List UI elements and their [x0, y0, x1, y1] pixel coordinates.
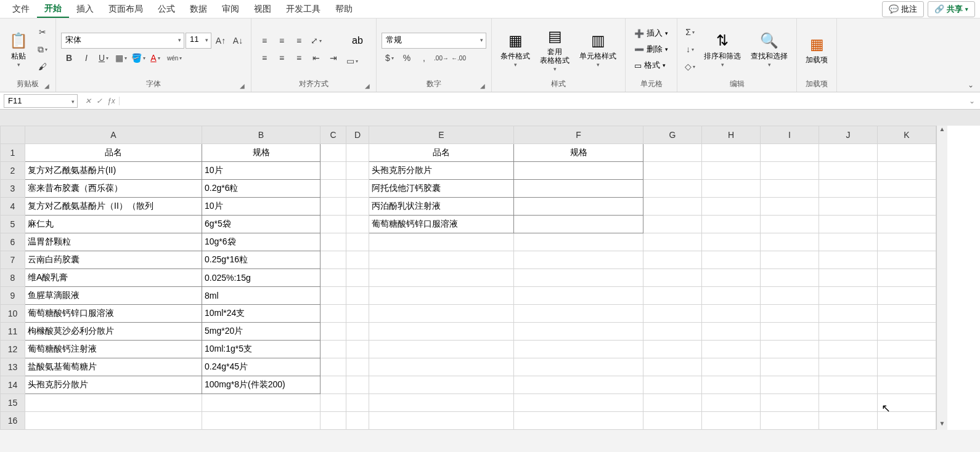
cell-A14[interactable]: 头孢克肟分散片 [25, 376, 202, 394]
cell-F8[interactable] [514, 269, 643, 287]
cell-F10[interactable] [514, 305, 643, 323]
menu-dev-tools[interactable]: 开发工具 [279, 1, 328, 17]
cell-J12[interactable] [819, 341, 878, 358]
cell-D14[interactable] [346, 376, 369, 394]
cell-K2[interactable] [878, 162, 936, 180]
row-header[interactable]: 14 [1, 376, 25, 394]
cell-B7[interactable]: 0.25g*16粒 [202, 251, 321, 269]
cell-A11[interactable]: 枸橼酸莫沙必利分散片 [25, 323, 202, 341]
cell-B15[interactable] [202, 394, 321, 412]
decrease-decimal-button[interactable]: ←.00 [451, 50, 467, 66]
cell-G9[interactable] [643, 287, 702, 305]
cell-H7[interactable] [702, 251, 761, 269]
cell-K8[interactable] [878, 269, 936, 287]
cell-G4[interactable] [643, 198, 702, 216]
cell-D11[interactable] [346, 323, 369, 341]
format-painter-button[interactable]: 🖌 [35, 59, 51, 75]
cell-F11[interactable] [514, 323, 643, 341]
cell-C6[interactable] [321, 233, 346, 251]
menu-page-layout[interactable]: 页面布局 [101, 1, 150, 17]
sort-filter-button[interactable]: ⇅ 排序和筛选 ▾ [700, 30, 745, 69]
name-box[interactable]: F11 ▾ [4, 94, 78, 108]
cell-C1[interactable] [321, 144, 346, 162]
share-button[interactable]: 🔗 共享 ▾ [928, 1, 975, 17]
cell-A7[interactable]: 云南白药胶囊 [25, 251, 202, 269]
row-header[interactable]: 7 [1, 251, 25, 269]
cell-E6[interactable] [369, 233, 514, 251]
cell-H9[interactable] [702, 287, 761, 305]
cell-G14[interactable] [643, 376, 702, 394]
cell-J2[interactable] [819, 162, 878, 180]
cell-F4[interactable] [514, 198, 643, 216]
cell-A4[interactable]: 复方对乙酰氨基酚片（II）（散列 [25, 198, 202, 216]
fill-color-button[interactable]: 🪣▾ [130, 50, 146, 66]
cell-B4[interactable]: 10片 [202, 198, 321, 216]
col-header-A[interactable]: A [25, 126, 202, 144]
cancel-formula-button[interactable]: ✕ [85, 97, 91, 105]
cell-B13[interactable]: 0.24g*45片 [202, 358, 321, 376]
cell-I14[interactable] [761, 376, 819, 394]
cell-A12[interactable]: 葡萄糖酸钙注射液 [25, 341, 202, 358]
cell-I2[interactable] [761, 162, 819, 180]
cell-E16[interactable] [369, 412, 514, 430]
cell-C14[interactable] [321, 376, 346, 394]
number-format-select[interactable]: 常规 ▾ [382, 33, 486, 49]
cell-I9[interactable] [761, 287, 819, 305]
cell-J5[interactable] [819, 216, 878, 233]
cell-D12[interactable] [346, 341, 369, 358]
align-left-button[interactable]: ≡ [256, 50, 272, 66]
cell-G8[interactable] [643, 269, 702, 287]
row-header[interactable]: 16 [1, 412, 25, 430]
cell-D15[interactable] [346, 394, 369, 412]
scroll-down-button[interactable]: ▼ [937, 420, 947, 430]
cell-G5[interactable] [643, 216, 702, 233]
cell-H14[interactable] [702, 376, 761, 394]
align-right-button[interactable]: ≡ [291, 50, 307, 66]
cell-G2[interactable] [643, 162, 702, 180]
cell-D2[interactable] [346, 162, 369, 180]
cell-B8[interactable]: 0.025%:15g [202, 269, 321, 287]
cell-C5[interactable] [321, 216, 346, 233]
cell-I15[interactable] [761, 394, 819, 412]
cell-G3[interactable] [643, 180, 702, 198]
cell-C8[interactable] [321, 269, 346, 287]
cell-E13[interactable] [369, 358, 514, 376]
cell-D9[interactable] [346, 287, 369, 305]
cell-H12[interactable] [702, 341, 761, 358]
col-header-F[interactable]: F [514, 126, 643, 144]
cell-I6[interactable] [761, 233, 819, 251]
cell-F1[interactable]: 规格 [514, 144, 643, 162]
row-header[interactable]: 1 [1, 144, 25, 162]
cell-A15[interactable] [25, 394, 202, 412]
cell-F16[interactable] [514, 412, 643, 430]
delete-cells-button[interactable]: ➖删除▾ [631, 42, 672, 57]
cell-A6[interactable]: 温胃舒颗粒 [25, 233, 202, 251]
col-header-J[interactable]: J [819, 126, 878, 144]
row-header[interactable]: 15 [1, 394, 25, 412]
cell-K5[interactable] [878, 216, 936, 233]
expand-formula-bar-button[interactable]: ⌄ [964, 97, 980, 105]
cell-G16[interactable] [643, 412, 702, 430]
comma-button[interactable]: , [416, 50, 432, 66]
menu-help[interactable]: 帮助 [328, 1, 360, 17]
cell-B3[interactable]: 0.2g*6粒 [202, 180, 321, 198]
cell-E7[interactable] [369, 251, 514, 269]
decrease-font-button[interactable]: A↓ [230, 33, 246, 49]
bold-button[interactable]: B [61, 50, 77, 66]
formula-input[interactable] [120, 100, 964, 102]
cell-H8[interactable] [702, 269, 761, 287]
cell-D13[interactable] [346, 358, 369, 376]
menu-file[interactable]: 文件 [5, 1, 37, 17]
cut-button[interactable]: ✂ [35, 24, 51, 40]
table-format-button[interactable]: ▤ 套用 表格格式 ▾ [536, 25, 573, 74]
conditional-format-button[interactable]: ▦ 条件格式 ▾ [497, 30, 534, 69]
increase-decimal-button[interactable]: .00→ [433, 50, 449, 66]
cell-B11[interactable]: 5mg*20片 [202, 323, 321, 341]
cell-H13[interactable] [702, 358, 761, 376]
cell-I13[interactable] [761, 358, 819, 376]
cell-styles-button[interactable]: ▥ 单元格样式 ▾ [576, 30, 620, 69]
merge-cells-button[interactable]: ▭▾ [344, 53, 360, 69]
fill-button[interactable]: ↓▾ [682, 41, 698, 57]
cell-J1[interactable] [819, 144, 878, 162]
cell-J13[interactable] [819, 358, 878, 376]
